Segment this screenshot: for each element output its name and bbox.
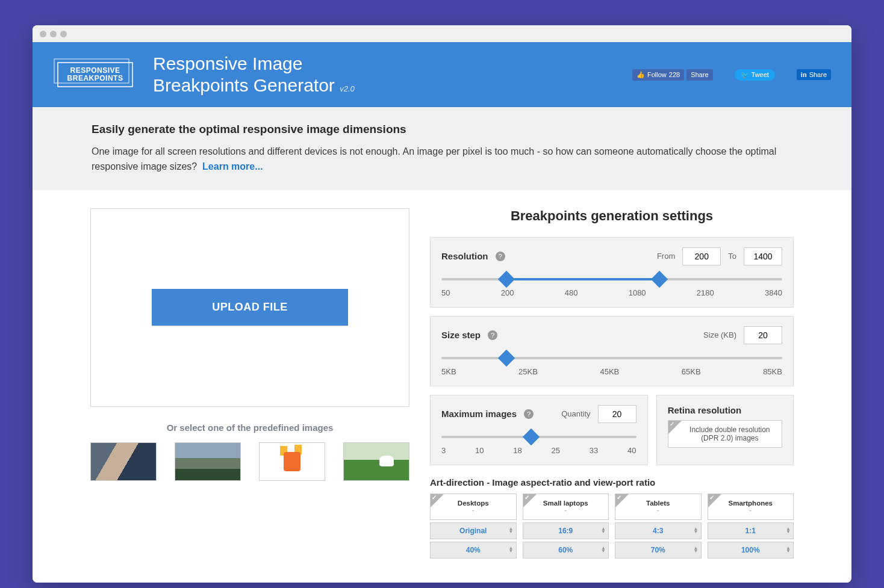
window-close-button[interactable] <box>40 31 46 37</box>
maximages-input[interactable] <box>598 405 637 423</box>
art-aspect-select[interactable]: 16:9▲▼ <box>523 522 609 539</box>
stepper-icon: ▲▼ <box>509 527 514 534</box>
resolution-help-icon[interactable]: ? <box>496 252 505 261</box>
art-viewport-select[interactable]: 100%▲▼ <box>708 542 794 559</box>
twitter-tweet-button[interactable]: 🐦 Tweet <box>735 69 775 81</box>
twitter-icon: 🐦 <box>741 71 749 79</box>
maximages-slider-handle[interactable] <box>523 428 540 445</box>
version-label: v2.0 <box>340 84 355 93</box>
retina-title: Retina resolution <box>668 405 782 415</box>
art-column: Tablets-4:3▲▼70%▲▼ <box>615 494 702 559</box>
sample-image-woman[interactable] <box>90 442 157 481</box>
settings-heading: Breakpoints generation settings <box>430 208 794 224</box>
art-direction-heading: Art-direction - Image aspect-ratio and v… <box>430 477 794 487</box>
art-viewport-select[interactable]: 60%▲▼ <box>523 542 609 559</box>
logo-text-2: BREAKPOINTS <box>67 75 123 82</box>
intro-body: One image for all screen resolutions and… <box>92 146 776 172</box>
art-aspect-select[interactable]: Original▲▼ <box>430 522 517 539</box>
sizestep-ticks: 5KB 25KB 45KB 65KB 85KB <box>441 367 782 376</box>
art-direction-grid: Desktops-Original▲▼40%▲▼Small laptops-16… <box>430 494 794 559</box>
sizestep-slider-handle[interactable] <box>497 349 514 366</box>
intro-section: Easily generate the optimal responsive i… <box>33 107 851 190</box>
maximages-slider[interactable] <box>441 430 637 444</box>
art-device-checkbox[interactable]: Desktops- <box>430 494 517 520</box>
maximages-panel: Maximum images ? Quantity 3 10 18 <box>430 395 648 465</box>
stepper-icon: ▲▼ <box>601 527 606 534</box>
thumbs-up-icon: 👍 <box>637 71 645 79</box>
resolution-panel: Resolution ? From To 50 200 <box>430 237 794 308</box>
maximages-help-icon[interactable]: ? <box>524 409 534 419</box>
retina-checkbox[interactable]: Include double resolution (DPR 2.0) imag… <box>668 420 782 448</box>
art-viewport-select[interactable]: 40%▲▼ <box>430 542 517 559</box>
sample-image-castle[interactable] <box>175 442 241 481</box>
art-aspect-select[interactable]: 1:1▲▼ <box>708 522 794 539</box>
linkedin-share-button[interactable]: in Share <box>797 69 831 80</box>
upload-file-button[interactable]: UPLOAD FILE <box>152 289 348 326</box>
facebook-share-button[interactable]: Share <box>686 69 712 81</box>
resolution-slider-handle-min[interactable] <box>497 270 514 287</box>
resolution-from-input[interactable] <box>682 247 721 265</box>
stepper-icon: ▲▼ <box>509 546 514 553</box>
art-device-checkbox[interactable]: Small laptops- <box>523 494 609 520</box>
checkmark-icon <box>523 494 537 507</box>
sizestep-help-icon[interactable]: ? <box>488 330 497 340</box>
app-window: RESPONSIVE BREAKPOINTS Responsive Image … <box>33 25 851 583</box>
logo: RESPONSIVE BREAKPOINTS <box>53 57 137 93</box>
stepper-icon: ▲▼ <box>786 546 791 553</box>
checkmark-icon <box>668 421 682 434</box>
art-column: Smartphones-1:1▲▼100%▲▼ <box>708 494 794 559</box>
window-maximize-button[interactable] <box>60 31 67 37</box>
art-column: Desktops-Original▲▼40%▲▼ <box>430 494 517 559</box>
resolution-to-label: To <box>728 252 736 261</box>
maximages-qty-label: Quantity <box>561 409 590 418</box>
stepper-icon: ▲▼ <box>786 527 791 534</box>
sizestep-label: Size step <box>441 330 481 340</box>
stepper-icon: ▲▼ <box>694 546 699 553</box>
checkmark-icon <box>431 494 444 507</box>
resolution-slider-handle-max[interactable] <box>651 270 668 287</box>
art-aspect-select[interactable]: 4:3▲▼ <box>615 522 702 539</box>
sizestep-size-label: Size (KB) <box>703 330 736 339</box>
resolution-to-input[interactable] <box>744 247 782 265</box>
main-area: UPLOAD FILE Or select one of the predefi… <box>33 190 851 583</box>
resolution-from-label: From <box>657 252 675 261</box>
facebook-follow-button[interactable]: 👍 Follow 228 <box>632 69 684 81</box>
art-device-checkbox[interactable]: Smartphones- <box>708 494 794 520</box>
resolution-label: Resolution <box>441 251 488 261</box>
resolution-ticks: 50 200 480 1080 2180 3840 <box>441 288 782 297</box>
stepper-icon: ▲▼ <box>601 546 606 553</box>
stepper-icon: ▲▼ <box>694 527 699 534</box>
social-buttons: 👍 Follow 228 Share 🐦 Tweet in Share <box>632 69 831 81</box>
window-titlebar <box>33 25 851 42</box>
maximages-label: Maximum images <box>441 409 517 419</box>
art-viewport-select[interactable]: 70%▲▼ <box>615 542 702 559</box>
predefined-images-label: Or select one of the predefined images <box>90 422 409 433</box>
retina-panel: Retina resolution Include double resolut… <box>656 395 794 465</box>
page-title-line2: Breakpoints Generator <box>153 75 335 95</box>
resolution-slider[interactable] <box>441 273 782 286</box>
sample-image-robot[interactable] <box>259 442 325 481</box>
upload-dropzone[interactable]: UPLOAD FILE <box>90 208 409 407</box>
intro-headline: Easily generate the optimal responsive i… <box>92 123 792 136</box>
page-title-line1: Responsive Image <box>153 53 617 75</box>
linkedin-icon: in <box>801 71 807 78</box>
art-column: Small laptops-16:9▲▼60%▲▼ <box>523 494 609 559</box>
sizestep-input[interactable] <box>744 326 782 344</box>
checkmark-icon <box>708 494 721 507</box>
checkmark-icon <box>615 494 629 507</box>
maximages-ticks: 3 10 18 25 33 40 <box>441 446 637 455</box>
sample-image-dog[interactable] <box>343 442 409 481</box>
app-header: RESPONSIVE BREAKPOINTS Responsive Image … <box>33 42 851 107</box>
sizestep-panel: Size step ? Size (KB) 5KB 25KB 45KB 65KB… <box>430 316 794 386</box>
learn-more-link[interactable]: Learn more... <box>202 161 263 172</box>
art-device-checkbox[interactable]: Tablets- <box>615 494 702 520</box>
window-minimize-button[interactable] <box>50 31 57 37</box>
sizestep-slider[interactable] <box>441 351 782 365</box>
